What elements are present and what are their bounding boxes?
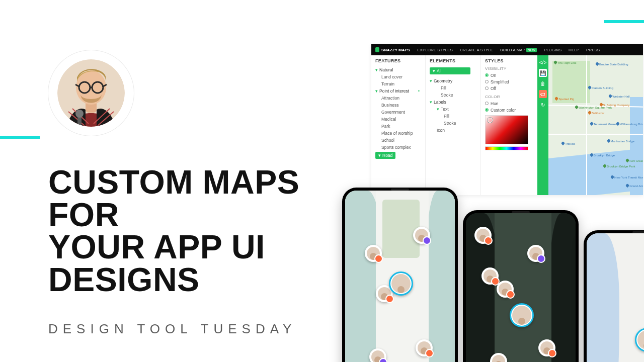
poi-grand-army: Grand Army Plaza (626, 184, 643, 188)
element-stroke-1[interactable]: Stroke (430, 92, 476, 99)
poi-balthazar: Balthazar (588, 111, 604, 115)
phone-1-screen (345, 191, 455, 362)
element-stroke-2[interactable]: Stroke (430, 120, 476, 127)
elements-title: ELEMENTS (430, 58, 476, 63)
phone-mockup-3 (584, 230, 644, 362)
element-icon[interactable]: Icon (430, 127, 476, 134)
poi-manhattan: Manhattan Bridge (607, 139, 634, 143)
map-marker[interactable] (413, 227, 430, 244)
styles-title: STYLES (485, 58, 533, 63)
feature-poi-label: Point of interest (379, 88, 409, 94)
feature-terrain[interactable]: Terrain (375, 80, 421, 87)
map-marker[interactable] (538, 339, 555, 356)
map-marker[interactable] (416, 339, 433, 356)
color-label: COLOR (485, 95, 533, 99)
visibility-off[interactable]: Off (485, 85, 533, 92)
feature-natural[interactable]: ▾Natural (375, 66, 421, 73)
poi-webster: Webster Hall (609, 95, 629, 98)
nav-plugins[interactable]: PLUGINS (544, 48, 561, 52)
visibility-simplified-label: Simplified (491, 79, 509, 84)
visibility-simplified[interactable]: Simplified (485, 78, 533, 85)
poi-transit: New York Transit Museum (611, 175, 643, 179)
visibility-off-label: Off (491, 86, 496, 91)
nav-build[interactable]: BUILD A MAP (500, 48, 525, 52)
refresh-icon[interactable]: ↻ (538, 100, 547, 110)
color-hue-label: Hue (491, 101, 499, 106)
element-fill-2[interactable]: Fill (430, 113, 476, 120)
headline-line-2: YOUR APP UI DESIGNS (48, 228, 265, 298)
phone-mockup-1 (342, 188, 458, 362)
feature-attraction[interactable]: Attraction (375, 95, 421, 102)
feature-school[interactable]: School (375, 137, 421, 144)
element-fill-1[interactable]: Fill (430, 84, 476, 92)
phone-mockup-2 (463, 210, 579, 362)
feature-government[interactable]: Government (375, 109, 421, 116)
features-title: FEATURES (375, 58, 421, 63)
color-picker[interactable] (485, 115, 528, 144)
poi-tribeca: Tribeca (561, 142, 575, 145)
feature-business[interactable]: Business (375, 102, 421, 109)
tag-icon[interactable]: 🏷 (539, 90, 547, 98)
map-marker[interactable] (527, 245, 544, 262)
nav-create[interactable]: CREATE A STYLE (460, 48, 493, 52)
element-all[interactable]: ▾All (430, 66, 476, 75)
nav-build-wrap[interactable]: BUILD A MAPNEW (500, 48, 537, 52)
panel-styles: STYLES VISIBILITY On Simplified Off COLO… (481, 55, 537, 195)
feature-sports-complex[interactable]: Sports complex (375, 144, 421, 151)
avatar-image (57, 59, 125, 127)
new-badge: NEW (526, 48, 537, 52)
poi-tenement: Tenement Museum (590, 122, 619, 126)
left-column: CUSTOM MAPS FOR YOUR APP UI DESIGNS DESI… (48, 50, 330, 337)
map-marker[interactable] (481, 267, 499, 285)
brand-label: SNAZZY MAPS (381, 48, 410, 52)
svg-point-7 (75, 110, 84, 118)
code-icon[interactable]: </> (538, 57, 547, 67)
map-marker[interactable] (497, 281, 514, 298)
subtitle: DESIGN TOOL TUESDAY (48, 321, 330, 337)
feature-park[interactable]: Park (375, 123, 421, 130)
editor-topbar: SNAZZY MAPS EXPLORE STYLES CREATE A STYL… (371, 44, 643, 55)
color-hue[interactable]: Hue (485, 100, 533, 107)
panel-elements: ELEMENTS ▾All ▾Geometry Fill Stroke ▾Lab… (426, 55, 481, 195)
accent-bar-right (604, 20, 644, 23)
map-marker[interactable] (474, 227, 492, 244)
poi-baking: S. Baking Company (600, 103, 630, 107)
color-custom-label: Custom color (491, 108, 516, 113)
map-preview[interactable]: The High Line Empire State Building Flat… (548, 55, 643, 195)
poi-piggy: Spotted Pig (555, 97, 574, 101)
element-geometry-label: Geometry (434, 78, 452, 83)
phone-3-screen (587, 233, 644, 362)
panel-features: FEATURES ▾Natural Land cover Terrain ▾Po… (371, 55, 426, 195)
feature-place-of-worship[interactable]: Place of worship (375, 130, 421, 137)
poi-brooklyn-bridge: Brooklyn Bridge (590, 153, 615, 157)
hue-slider[interactable] (485, 146, 528, 150)
feature-land-cover[interactable]: Land cover (375, 73, 421, 80)
phone-2-screen (466, 213, 576, 362)
poi-fort-greene: Fort Greene Park (626, 159, 643, 162)
element-labels[interactable]: ▾Labels (430, 99, 476, 106)
visibility-on-label: On (491, 73, 496, 78)
feature-road[interactable]: ▾Road (375, 151, 421, 160)
element-geometry[interactable]: ▾Geometry (430, 77, 476, 84)
trash-icon[interactable]: 🗑 (538, 78, 547, 88)
tool-strip: </> 💾 🗑 🏷 ↻ (537, 55, 548, 195)
feature-natural-label: Natural (379, 67, 393, 72)
save-icon[interactable]: 💾 (539, 69, 547, 77)
nav-press[interactable]: PRESS (586, 48, 600, 52)
element-labels-label: Labels (434, 100, 446, 105)
color-custom[interactable]: Custom color (485, 107, 533, 113)
map-marker[interactable] (365, 245, 382, 262)
poi-brooklyn-park: Brooklyn Bridge Park (603, 164, 635, 168)
element-text-label: Text (441, 107, 449, 112)
brand-icon (375, 47, 379, 52)
page-title: CUSTOM MAPS FOR YOUR APP UI DESIGNS (48, 166, 330, 296)
feature-medical[interactable]: Medical (375, 116, 421, 123)
element-text[interactable]: ▾Text (430, 106, 476, 113)
visibility-on[interactable]: On (485, 72, 533, 78)
avatar (48, 50, 134, 136)
nav-help[interactable]: HELP (569, 48, 579, 52)
feature-poi[interactable]: ▾Point of interest • (375, 87, 421, 95)
nav-explore[interactable]: EXPLORE STYLES (417, 48, 453, 52)
editor-window: SNAZZY MAPS EXPLORE STYLES CREATE A STYL… (371, 44, 643, 195)
poi-highline: The High Line (554, 61, 576, 64)
